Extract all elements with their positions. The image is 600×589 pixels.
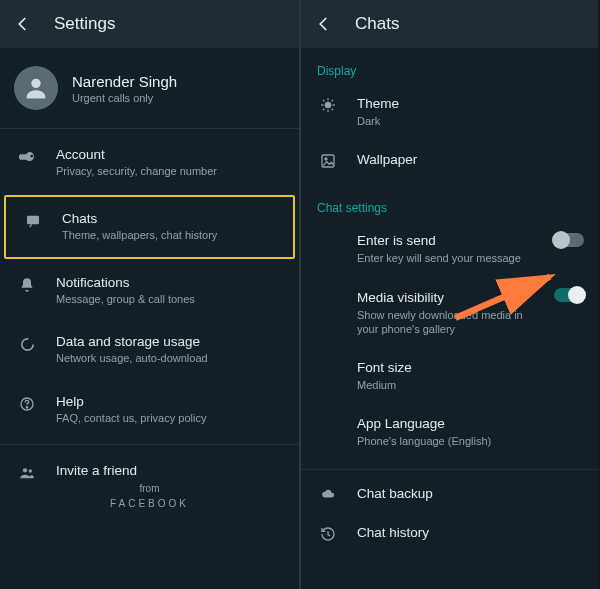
settings-title: Settings (54, 14, 115, 34)
avatar (14, 66, 58, 110)
svg-point-2 (21, 339, 32, 350)
chats-topbar: Chats (301, 0, 598, 48)
item-label: Account (56, 147, 217, 162)
item-sub: Dark (357, 114, 582, 128)
settings-topbar: Settings (0, 0, 299, 48)
item-sub: Network usage, auto-download (56, 352, 208, 366)
chats-title: Chats (355, 14, 399, 34)
help-icon (16, 394, 38, 412)
item-label: App Language (357, 416, 542, 431)
chats-item-theme[interactable]: Theme Dark (301, 84, 598, 140)
settings-item-account[interactable]: Account Privacy, security, change number (0, 133, 299, 193)
settings-item-chats[interactable]: Chats Theme, wallpapers, chat history (4, 195, 295, 259)
item-label: Invite a friend (56, 463, 137, 478)
item-sub: FAQ, contact us, privacy policy (56, 412, 206, 426)
section-chat-settings: Chat settings (301, 181, 598, 221)
chats-item-app-language[interactable]: App Language Phone's language (English) (301, 404, 598, 460)
item-label: Notifications (56, 275, 195, 290)
item-sub: Phone's language (English) (357, 434, 542, 448)
svg-point-7 (325, 102, 332, 109)
item-label: Enter is send (357, 233, 542, 248)
profile-row[interactable]: Narender Singh Urgent calls only (0, 48, 299, 128)
chats-item-media-visibility[interactable]: Media visibility Show newly downloaded m… (301, 278, 598, 349)
settings-item-data[interactable]: Data and storage usage Network usage, au… (0, 320, 299, 380)
svg-rect-1 (27, 215, 39, 224)
item-sub: Theme, wallpapers, chat history (62, 229, 217, 243)
cloud-icon (317, 486, 339, 501)
section-display: Display (301, 48, 598, 84)
item-label: Font size (357, 360, 542, 375)
item-label: Wallpaper (357, 152, 582, 167)
profile-status: Urgent calls only (72, 92, 177, 104)
item-label: Theme (357, 96, 582, 111)
history-icon (317, 525, 339, 542)
chats-item-history[interactable]: Chat history (301, 513, 598, 554)
svg-point-9 (325, 158, 327, 160)
svg-point-4 (26, 407, 27, 408)
footer-from: from (0, 483, 299, 494)
item-label: Media visibility (357, 290, 542, 305)
key-icon (16, 147, 38, 165)
item-label: Chat backup (357, 486, 582, 501)
theme-icon (317, 96, 339, 113)
profile-name: Narender Singh (72, 73, 177, 90)
chats-item-wallpaper[interactable]: Wallpaper (301, 140, 598, 181)
svg-point-0 (31, 79, 40, 88)
people-icon (16, 463, 38, 481)
footer: from FACEBOOK (0, 483, 299, 509)
svg-point-5 (23, 468, 27, 472)
bell-icon (16, 275, 38, 293)
svg-point-6 (29, 469, 32, 472)
settings-item-help[interactable]: Help FAQ, contact us, privacy policy (0, 380, 299, 440)
item-label: Help (56, 394, 206, 409)
chat-icon (22, 211, 44, 229)
enter-send-toggle[interactable] (554, 233, 584, 247)
settings-pane: Settings Narender Singh Urgent calls onl… (0, 0, 299, 589)
item-sub: Enter key will send your message (357, 251, 542, 265)
chats-item-font-size[interactable]: Font size Medium (301, 348, 598, 404)
item-label: Chats (62, 211, 217, 226)
wallpaper-icon (317, 152, 339, 169)
item-label: Data and storage usage (56, 334, 208, 349)
chats-item-backup[interactable]: Chat backup (301, 474, 598, 513)
chats-pane: Chats Display Theme Dark Wallpaper Chat … (299, 0, 598, 589)
back-arrow-icon[interactable] (315, 15, 333, 33)
item-label: Chat history (357, 525, 582, 540)
data-usage-icon (16, 334, 38, 353)
item-sub: Medium (357, 378, 542, 392)
divider (301, 469, 598, 470)
settings-item-notifications[interactable]: Notifications Message, group & call tone… (0, 261, 299, 321)
footer-brand: FACEBOOK (0, 498, 299, 509)
back-arrow-icon[interactable] (14, 15, 32, 33)
divider (0, 444, 299, 445)
item-sub: Show newly downloaded media in your phon… (357, 308, 542, 337)
chats-item-enter-send[interactable]: Enter is send Enter key will send your m… (301, 221, 598, 277)
item-sub: Privacy, security, change number (56, 165, 217, 179)
media-visibility-toggle[interactable] (554, 288, 584, 302)
item-sub: Message, group & call tones (56, 293, 195, 307)
divider (0, 128, 299, 129)
